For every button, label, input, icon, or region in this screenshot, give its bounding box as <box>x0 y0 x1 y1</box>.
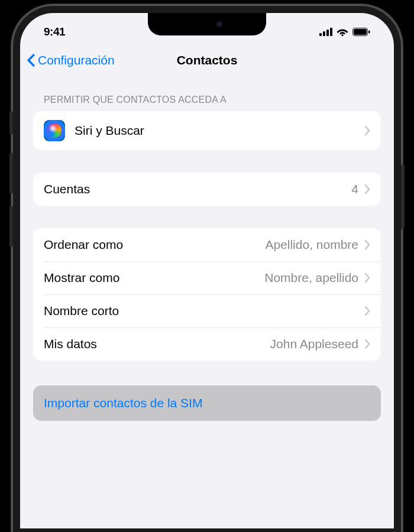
group-accounts: Cuentas 4 <box>33 173 381 206</box>
row-label: Siri y Buscar <box>75 124 364 138</box>
group-access: Siri y Buscar <box>33 111 381 150</box>
row-label: Mis datos <box>44 337 270 351</box>
row-siri-search[interactable]: Siri y Buscar <box>33 111 381 150</box>
row-accounts[interactable]: Cuentas 4 <box>33 173 381 206</box>
siri-icon <box>44 120 65 141</box>
content: Permitir que Contactos acceda a Siri y B… <box>20 78 394 421</box>
row-value: 4 <box>351 182 358 196</box>
status-icons <box>319 28 370 36</box>
side-button <box>9 206 13 247</box>
back-button[interactable]: Configuración <box>26 53 115 67</box>
chevron-right-icon <box>364 184 370 194</box>
svg-rect-1 <box>323 31 325 36</box>
row-value: Nombre, apellido <box>264 271 358 285</box>
chevron-right-icon <box>364 339 370 349</box>
chevron-left-icon <box>26 53 35 67</box>
phone-frame: 9:41 <box>12 5 402 532</box>
wifi-icon <box>337 28 348 36</box>
status-time: 9:41 <box>44 25 65 38</box>
row-label: Cuentas <box>44 182 351 196</box>
svg-rect-0 <box>319 33 322 36</box>
side-button <box>9 111 13 135</box>
svg-rect-3 <box>330 28 332 36</box>
chevron-right-icon <box>364 306 370 316</box>
side-button <box>9 153 13 194</box>
chevron-right-icon <box>364 273 370 283</box>
svg-rect-6 <box>354 29 367 35</box>
svg-rect-2 <box>326 30 329 36</box>
battery-icon <box>352 28 370 36</box>
row-import-sim[interactable]: Importar contactos de la SIM <box>33 385 381 421</box>
phone-screen: 9:41 <box>20 13 394 528</box>
section-header: Permitir que Contactos acceda a <box>33 78 381 111</box>
cellular-icon <box>319 28 332 36</box>
back-label: Configuración <box>38 53 115 67</box>
row-label: Nombre corto <box>44 304 364 318</box>
row-label: Ordenar como <box>44 238 265 252</box>
side-button <box>401 164 405 229</box>
notch <box>148 13 266 35</box>
row-sort-order[interactable]: Ordenar como Apellido, nombre <box>33 228 381 261</box>
svg-rect-7 <box>368 31 370 34</box>
row-short-name[interactable]: Nombre corto <box>33 294 381 327</box>
page-title: Contactos <box>177 53 238 67</box>
row-label: Mostrar como <box>44 271 264 285</box>
action-label: Importar contactos de la SIM <box>44 396 370 410</box>
row-my-info[interactable]: Mis datos John Appleseed <box>33 327 381 361</box>
nav-bar: Configuración Contactos <box>20 45 394 78</box>
group-import: Importar contactos de la SIM <box>33 385 381 421</box>
row-value: John Appleseed <box>270 337 358 351</box>
group-display-settings: Ordenar como Apellido, nombre Mostrar co… <box>33 228 381 361</box>
row-value: Apellido, nombre <box>265 238 358 252</box>
svg-point-4 <box>341 34 343 36</box>
chevron-right-icon <box>364 125 370 136</box>
chevron-right-icon <box>364 239 370 250</box>
row-display-order[interactable]: Mostrar como Nombre, apellido <box>33 261 381 294</box>
